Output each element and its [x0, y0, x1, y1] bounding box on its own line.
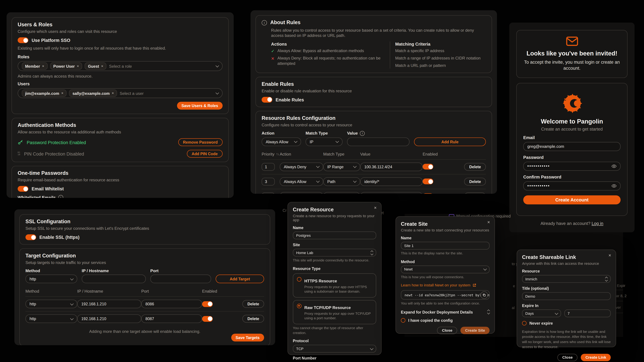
- create-site-modal: × Create Site Create a new site to start…: [396, 216, 495, 334]
- target-ip-input[interactable]: 192.168.1.210: [77, 314, 141, 323]
- confirm-password-field[interactable]: •••••••••••: [523, 181, 620, 190]
- copied-config-radio[interactable]: I have copied the config: [401, 318, 490, 323]
- value-input[interactable]: [347, 137, 410, 146]
- action-select[interactable]: Always Allow: [262, 137, 301, 146]
- role-chip[interactable]: Guest×: [85, 62, 106, 70]
- site-name-input[interactable]: Site 1: [401, 242, 490, 250]
- create-account-button[interactable]: Create Account: [523, 195, 620, 204]
- add-pin-code-button[interactable]: Add PIN Code: [187, 150, 222, 158]
- ip-hostname-input[interactable]: [82, 275, 146, 283]
- close-button[interactable]: Close: [437, 327, 457, 334]
- target-ip-input[interactable]: 192.168.1.210: [77, 300, 141, 308]
- email-field[interactable]: greg@example.com: [523, 142, 620, 151]
- rule-match-select[interactable]: Path: [323, 177, 360, 186]
- role-chip[interactable]: Power User×: [50, 62, 82, 70]
- add-rule-button[interactable]: Add Rule: [414, 137, 486, 146]
- user-chip[interactable]: jim@example.com×: [22, 89, 67, 97]
- delete-target-button[interactable]: Delete: [242, 300, 264, 308]
- newt-command-codeblock[interactable]: newt --id ea7esnw28kj2tpn --secret by7jf…: [401, 290, 490, 300]
- enable-ssl-toggle[interactable]: [26, 234, 36, 240]
- email-whitelist-toggle[interactable]: [18, 186, 28, 192]
- rule-value-input[interactable]: identity/*: [360, 177, 422, 186]
- target-method-select[interactable]: http: [26, 300, 77, 308]
- rule-match-select[interactable]: Path: [323, 192, 360, 194]
- port-input[interactable]: [150, 275, 211, 283]
- expire-in-label: Expire In: [522, 303, 611, 308]
- password-field[interactable]: •••••••••••: [523, 162, 620, 171]
- copy-button[interactable]: [480, 291, 488, 299]
- target-port-input[interactable]: 8087: [141, 314, 202, 323]
- confirm-password-label: Confirm Password: [523, 174, 620, 179]
- resource-select[interactable]: Immich: [522, 275, 611, 283]
- rule-value-input[interactable]: api/*: [360, 192, 422, 194]
- eye-icon[interactable]: [612, 183, 616, 188]
- rule-match-select[interactable]: IP Range: [323, 162, 360, 171]
- expand-label: Expand for Docker Deployment Details: [401, 310, 473, 314]
- remove-password-button[interactable]: Remove Password: [178, 138, 223, 146]
- rule-action-select[interactable]: Always Allow: [280, 192, 323, 194]
- add-target-button[interactable]: Add Target: [216, 275, 264, 283]
- rule-action-select[interactable]: Always Deny: [280, 162, 323, 171]
- roles-multiselect[interactable]: Member× Power User× Guest× Select a role: [18, 61, 222, 71]
- create-site-button[interactable]: Create Site: [460, 327, 490, 334]
- radio-icon[interactable]: [401, 318, 405, 323]
- tcp-resource-option[interactable]: Raw TCP/UDP Resource Proxy requests to y…: [293, 300, 376, 324]
- never-expire-radio[interactable]: Never expire: [522, 321, 611, 326]
- resource-name-input[interactable]: Postgres: [293, 231, 376, 239]
- create-resource-modal: × Create Resource Create a new resource …: [288, 202, 382, 355]
- priority-input[interactable]: 1: [262, 163, 275, 171]
- method-select[interactable]: Newt: [401, 265, 490, 273]
- remove-chip-icon[interactable]: ×: [61, 91, 64, 95]
- log-in-link[interactable]: Log in: [592, 221, 603, 226]
- method-select[interactable]: http: [26, 275, 77, 283]
- sort-icon[interactable]: ↑↓: [276, 152, 279, 156]
- radio-icon[interactable]: [297, 277, 302, 281]
- delete-target-button[interactable]: Delete: [242, 315, 264, 323]
- rule-enabled-toggle[interactable]: [422, 179, 433, 184]
- enable-rules-toggle[interactable]: [262, 97, 272, 102]
- expire-unit-select[interactable]: Days: [522, 310, 561, 318]
- rule-enabled-toggle[interactable]: [422, 193, 433, 194]
- rule-enabled-toggle[interactable]: [422, 164, 433, 170]
- create-link-button[interactable]: Create Link: [581, 354, 611, 361]
- users-multiselect[interactable]: jim@example.com× sally@example.com× Sele…: [18, 88, 222, 98]
- close-icon[interactable]: ×: [608, 253, 611, 258]
- target-enabled-toggle[interactable]: [202, 301, 213, 307]
- install-newt-link[interactable]: Learn how to install Newt on your system: [401, 283, 490, 287]
- priority-input[interactable]: 3: [262, 178, 275, 186]
- priority-input[interactable]: 4: [262, 192, 275, 194]
- site-select[interactable]: Home Lab: [293, 249, 376, 257]
- role-chip[interactable]: Member×: [22, 62, 48, 70]
- delete-rule-button[interactable]: Delete: [464, 163, 486, 171]
- target-port-input[interactable]: 8086: [141, 300, 202, 308]
- sso-toggle[interactable]: [18, 37, 28, 43]
- docker-details-expander[interactable]: Expand for Docker Deployment Details: [401, 310, 490, 314]
- target-enabled-toggle[interactable]: [202, 316, 213, 322]
- remove-chip-icon[interactable]: ×: [77, 64, 79, 68]
- https-resource-option[interactable]: HTTPS Resource Proxy requests to your ap…: [293, 273, 376, 298]
- radio-selected-icon[interactable]: [297, 304, 302, 308]
- radio-icon[interactable]: [522, 321, 526, 326]
- save-users-roles-button[interactable]: Save Users & Roles: [177, 102, 222, 110]
- protocol-select[interactable]: TCP: [293, 345, 376, 353]
- chevron-down-icon: [353, 179, 357, 183]
- delete-rule-button[interactable]: Delete: [464, 178, 486, 186]
- match-type-select[interactable]: IP: [306, 137, 342, 146]
- rule-value-input[interactable]: 100.36.112.4/24: [360, 162, 422, 171]
- chevron-down-icon: [70, 277, 74, 280]
- remove-chip-icon[interactable]: ×: [42, 64, 44, 68]
- link-title-input[interactable]: Demo: [522, 292, 611, 300]
- rule-action-select[interactable]: Always Allow: [280, 177, 323, 186]
- remove-chip-icon[interactable]: ×: [101, 64, 103, 68]
- close-button[interactable]: Close: [557, 354, 578, 361]
- close-icon[interactable]: ×: [487, 220, 490, 225]
- expire-value-input[interactable]: 7: [564, 310, 611, 318]
- tcp-resource-desc: Proxy requests to your app over TCP/UDP …: [304, 311, 372, 321]
- save-targets-button[interactable]: Save Targets: [231, 334, 264, 342]
- user-chip[interactable]: sally@example.com×: [69, 89, 117, 97]
- delete-rule-button[interactable]: Delete: [464, 192, 486, 194]
- close-icon[interactable]: ×: [374, 206, 377, 210]
- eye-icon[interactable]: [612, 164, 616, 169]
- target-method-select[interactable]: http: [26, 314, 77, 323]
- remove-chip-icon[interactable]: ×: [112, 91, 114, 95]
